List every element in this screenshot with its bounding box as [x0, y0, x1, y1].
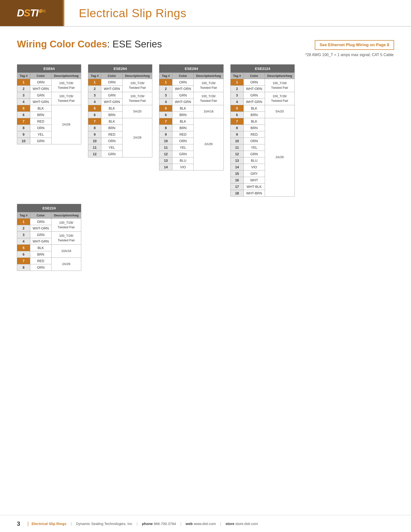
- ese284-col-headers: Tag # Color Description/Awg: [159, 73, 223, 79]
- ese2124-col-headers: Tag # Color Description/Awg: [230, 73, 294, 79]
- main-content: Wiring Color Codes: ESE Series See Ether…: [0, 27, 411, 281]
- logo-background: DSTI⊕≡: [0, 0, 63, 26]
- ese64-header: ESE64: [17, 65, 81, 73]
- table-row: 3GRN 100_T/28/Twisted Pair: [17, 92, 81, 99]
- footer-company: Dynamic Sealing Technologies, Inc: [76, 522, 132, 526]
- ese2124-table: ESE2124 Tag # Color Description/Awg 1ORN…: [230, 64, 295, 197]
- table-row: 5BLK 2A/26: [17, 105, 81, 112]
- ese224-header: ESE224: [17, 204, 81, 212]
- ethernet-note-box: See Ethernet Plug Wiring on Page 8: [315, 40, 394, 50]
- table-row: 1ORN 100_T/28/Twisted Pair: [88, 79, 152, 86]
- table-row: 7BLK 2A/26: [88, 118, 152, 125]
- ese2124-title: ESE2124: [230, 65, 294, 73]
- ese2124-section: ESE2124 Tag # Color Description/Awg 1ORN…: [230, 64, 295, 197]
- page-number: 3: [17, 520, 20, 527]
- ese264-body: 1ORN 100_T/28/Twisted Pair 2WHT-ORN 3GRN…: [88, 79, 152, 157]
- table-row: 3GRN 100_T/28/Twisted Pair: [230, 92, 294, 99]
- section-title: Wiring Color Codes: ESE Series: [17, 39, 162, 50]
- table-row: 5BLK 10A/16: [159, 105, 223, 112]
- ese2124-body: 1ORN 100_T/28/Twisted Pair 2WHT-ORN 3GRN…: [230, 79, 294, 197]
- ese224-body: 1ORN 100_T/28/Twisted Pair 2WHT-ORN 3GRN…: [17, 218, 81, 271]
- ese224-table: ESE224 Tag # Color Description/Awg 1ORN …: [17, 204, 81, 271]
- company-logo: DSTI⊕≡: [17, 7, 46, 19]
- ese264-header: ESE264: [88, 65, 152, 73]
- footer-phone: 866.700.3784: [154, 522, 176, 526]
- web-label: web: [186, 522, 193, 526]
- tables-row-2: ESE224 Tag # Color Description/Awg 1ORN …: [17, 204, 394, 271]
- col-desc: Description/Awg: [51, 73, 81, 79]
- ese2124-header: ESE2124: [230, 65, 294, 73]
- table-row: 3GRN 100_T/28/Twisted Pair: [159, 92, 223, 99]
- ese224-col-headers: Tag # Color Description/Awg: [17, 212, 81, 218]
- table-row: 5BLK 5A/20: [230, 105, 294, 112]
- col-color: Color: [30, 73, 51, 79]
- table-row: 5BLK 10A/16: [17, 245, 81, 251]
- title-regular: : ESE Series: [107, 39, 162, 49]
- page-title: Electrical Slip Rings: [79, 7, 187, 20]
- tables-row-1: ESE64 Tag # Color Description/Awg 1ORN 1…: [17, 64, 394, 197]
- table-row: 1ORN 100_T/28/Twisted Pair: [17, 79, 81, 86]
- page-footer: 3 | Electrical Slip Rings | Dynamic Seal…: [0, 515, 411, 532]
- ese284-header: ESE284: [159, 65, 223, 73]
- subtitle-note: *28 AWG 100_T = 1 amps max signal; CAT 5…: [17, 53, 394, 57]
- ese64-body: 1ORN 100_T/28/Twisted Pair 2WHT-ORN 3GRN…: [17, 79, 81, 144]
- table-row: 1ORN 100_T/28/Twisted Pair: [17, 218, 81, 225]
- ese64-title: ESE64: [17, 65, 81, 73]
- ese64-section: ESE64 Tag # Color Description/Awg 1ORN 1…: [17, 64, 81, 144]
- section-heading: Wiring Color Codes: ESE Series See Ether…: [17, 39, 394, 50]
- ese64-col-headers: Tag # Color Description/Awg: [17, 73, 81, 79]
- page-header: DSTI⊕≡ Electrical Slip Rings: [0, 0, 411, 27]
- section-title-container: Wiring Color Codes: ESE Series: [17, 39, 162, 50]
- notes-area: See Ethernet Plug Wiring on Page 8: [315, 39, 394, 50]
- table-row: 5BLK 5A/20: [88, 105, 152, 112]
- table-row: 3GRN 100_T/28/Twisted Pair: [88, 92, 152, 99]
- ese284-title: ESE284: [159, 65, 223, 73]
- table-row: 7BLK 2A/26: [159, 118, 223, 125]
- ese264-title: ESE264: [88, 65, 152, 73]
- ese264-table: ESE264 Tag # Color Description/Awg 1ORN …: [88, 64, 152, 157]
- ese284-body: 1ORN 100_T/28/Twisted Pair 2WHT-ORN 3GRN…: [159, 79, 223, 171]
- table-row: 3GRN 100_T/28/Twisted Pair: [17, 232, 81, 238]
- title-bold: Wiring Color Codes: [17, 39, 107, 49]
- ese224-title: ESE224: [17, 204, 81, 212]
- ese264-col-headers: Tag # Color Description/Awg: [88, 73, 152, 79]
- ese264-section: ESE264 Tag # Color Description/Awg 1ORN …: [88, 64, 152, 157]
- footer-web: www.dsti.com: [194, 522, 216, 526]
- table-row: 1ORN 100_T/28/Twisted Pair: [159, 79, 223, 86]
- table-row: 7BLK 2A/26: [230, 118, 294, 125]
- footer-store: store.dsti.com: [235, 522, 258, 526]
- store-label: store: [225, 522, 234, 526]
- col-tag: Tag #: [17, 73, 30, 79]
- header-title-area: Electrical Slip Rings: [63, 0, 411, 26]
- table-row: 7RED 2A/26: [17, 258, 81, 264]
- table-row: 1ORN 100_T/28/Twisted Pair: [230, 79, 294, 86]
- ese284-table: ESE284 Tag # Color Description/Awg 1ORN …: [159, 64, 223, 171]
- ese224-section: ESE224 Tag # Color Description/Awg 1ORN …: [17, 204, 81, 271]
- phone-label: phone: [142, 522, 153, 526]
- footer-brand: Electrical Slip Rings: [32, 522, 66, 526]
- ese284-section: ESE284 Tag # Color Description/Awg 1ORN …: [159, 64, 223, 171]
- ese64-table: ESE64 Tag # Color Description/Awg 1ORN 1…: [17, 64, 81, 144]
